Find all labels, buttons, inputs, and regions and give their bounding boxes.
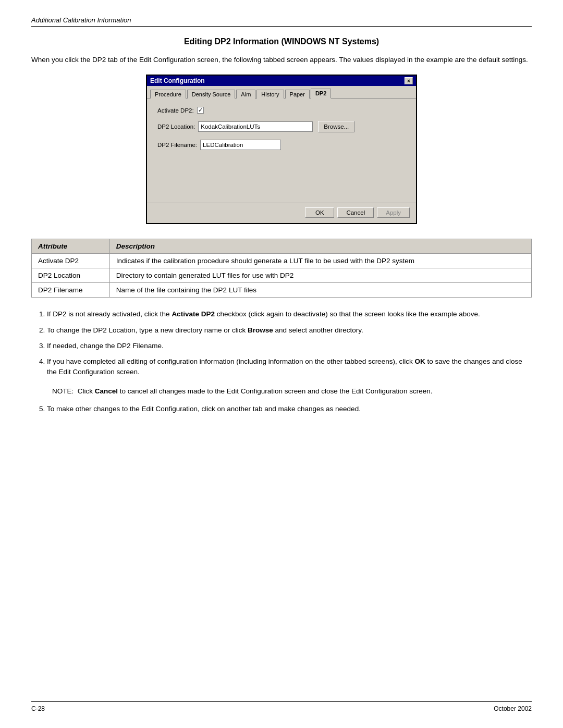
steps-list: If DP2 is not already activated, click t… — [31, 309, 532, 377]
table-row: DP2 Location Directory to contain genera… — [32, 268, 532, 283]
page-header: Additional Calibration Information — [31, 16, 532, 27]
edit-configuration-dialog: Edit Configuration × Procedure Density S… — [146, 75, 417, 224]
attr-dp2-filename: DP2 Filename — [32, 283, 110, 298]
dialog-tabs: Procedure Density Source Aim History Pap… — [147, 86, 416, 98]
dialog-wrapper: Edit Configuration × Procedure Density S… — [31, 75, 532, 224]
cancel-button[interactable]: Cancel — [337, 207, 374, 218]
tab-dp2[interactable]: DP2 — [311, 89, 331, 98]
attribute-table: Attribute Description Activate DP2 Indic… — [31, 239, 532, 298]
browse-button[interactable]: Browse... — [318, 121, 354, 132]
dp2-location-input[interactable] — [198, 121, 313, 132]
activate-dp2-checkbox[interactable]: ✓ — [197, 107, 204, 114]
col-header-description: Description — [109, 239, 531, 254]
note-block: NOTE: Click Cancel to cancel all changes… — [52, 386, 532, 397]
dialog-footer: OK Cancel Apply — [147, 203, 416, 223]
dialog-body: Activate DP2: ✓ DP2 Location: Browse... … — [147, 98, 416, 203]
list-item: If DP2 is not already activated, click t… — [47, 309, 532, 319]
tab-paper[interactable]: Paper — [285, 90, 310, 98]
list-item: To make other changes to the Edit Config… — [47, 404, 532, 414]
attr-dp2-location: DP2 Location — [32, 268, 110, 283]
section-heading: Editing DP2 Information (WINDOWS NT Syst… — [31, 37, 532, 46]
dp2-filename-input[interactable] — [200, 140, 281, 150]
intro-text: When you click the DP2 tab of the Edit C… — [31, 55, 532, 65]
dp2-location-label: DP2 Location: — [157, 124, 195, 130]
dialog-close-button[interactable]: × — [405, 77, 413, 84]
ok-button[interactable]: OK — [305, 207, 334, 218]
apply-button[interactable]: Apply — [377, 207, 410, 218]
activate-dp2-row: Activate DP2: ✓ — [157, 107, 406, 114]
page-container: Additional Calibration Information Editi… — [0, 0, 563, 728]
tab-procedure[interactable]: Procedure — [150, 90, 186, 98]
tab-density-source[interactable]: Density Source — [187, 90, 236, 98]
list-item: If you have completed all editing of con… — [47, 356, 532, 378]
dp2-filename-row: DP2 Filename: — [157, 140, 406, 150]
tab-aim[interactable]: Aim — [236, 90, 255, 98]
table-row: DP2 Filename Name of the file containing… — [32, 283, 532, 298]
desc-activate-dp2: Indicates if the calibration procedure s… — [109, 254, 531, 268]
page-header-text: Additional Calibration Information — [31, 16, 131, 24]
col-header-attribute: Attribute — [32, 239, 110, 254]
steps-list-continued: To make other changes to the Edit Config… — [31, 404, 532, 414]
footer-page-number: C-28 — [31, 705, 45, 712]
list-item: To change the DP2 Location, type a new d… — [47, 325, 532, 336]
table-row: Activate DP2 Indicates if the calibratio… — [32, 254, 532, 268]
page-footer: C-28 October 2002 — [31, 701, 532, 712]
tab-history[interactable]: History — [256, 90, 284, 98]
desc-dp2-filename: Name of the file containing the DP2 LUT … — [109, 283, 531, 298]
dialog-title: Edit Configuration — [150, 77, 205, 84]
activate-dp2-label: Activate DP2: — [157, 107, 194, 114]
dialog-titlebar: Edit Configuration × — [147, 76, 416, 86]
dp2-filename-label: DP2 Filename: — [157, 142, 197, 148]
footer-date: October 2002 — [494, 705, 532, 712]
attr-activate-dp2: Activate DP2 — [32, 254, 110, 268]
dp2-location-row: DP2 Location: Browse... — [157, 121, 406, 132]
desc-dp2-location: Directory to contain generated LUT files… — [109, 268, 531, 283]
list-item: If needed, change the DP2 Filename. — [47, 341, 532, 351]
